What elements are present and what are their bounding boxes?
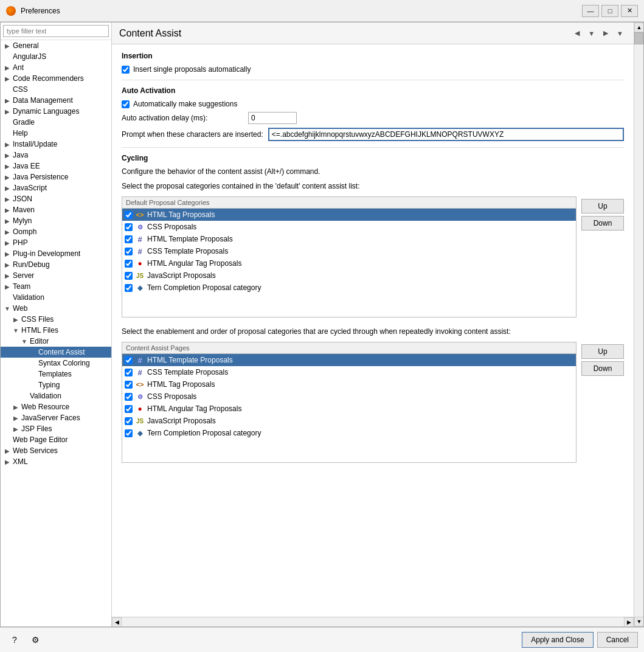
sidebar-item-angularjs[interactable]: AngularJS [1,51,111,62]
scroll-left-button[interactable]: ◀ [112,617,122,626]
sidebar-item-gradle[interactable]: Gradle [1,117,111,128]
proposal-item-css-template2[interactable]: #CSS Template Proposals [122,366,576,378]
auto-suggest-label[interactable]: Automatically make suggestions [122,100,237,108]
sidebar-item-general[interactable]: General [1,40,111,51]
sidebar-item-java[interactable]: Java [1,150,111,161]
proposal-checkbox[interactable] [125,381,133,389]
back-button[interactable]: ◀ [572,27,583,39]
cancel-button[interactable]: Cancel [597,632,638,648]
sidebar-item-typing[interactable]: Typing [1,380,111,390]
proposal-item-html-tag[interactable]: <>HTML Tag Proposals [122,209,576,221]
proposal-checkbox[interactable] [125,248,133,255]
sidebar-item-jsp-files[interactable]: JSP Files [1,423,111,434]
apply-close-button[interactable]: Apply and Close [522,632,593,648]
sidebar-item-label: CSS Files [20,315,54,324]
proposal-checkbox[interactable] [125,356,133,364]
proposal-checkbox[interactable] [125,284,133,292]
sidebar-item-javascript[interactable]: JavaScript [1,182,111,193]
proposal-item-css-proposals2[interactable]: ⚙CSS Proposals [122,390,576,403]
proposal-item-css-template[interactable]: #CSS Template Proposals [122,245,576,257]
auto-suggest-checkbox[interactable] [122,100,130,108]
cycled-down-button[interactable]: Down [581,361,624,376]
proposal-item-tern-completion2[interactable]: ◆Tern Completion Proposal category [122,427,576,439]
insert-single-label[interactable]: Insert single proposals automatically [122,65,251,74]
proposal-item-js-proposals2[interactable]: JSJavaScript Proposals [122,415,576,427]
default-up-button[interactable]: Up [581,199,624,213]
sidebar-item-maven[interactable]: Maven [1,204,111,215]
back-dropdown-button[interactable]: ▼ [585,28,598,39]
proposal-checkbox[interactable] [125,417,133,425]
default-down-button[interactable]: Down [581,216,624,231]
sidebar-item-help[interactable]: Help [1,128,111,139]
sidebar-item-plugin-development[interactable]: Plug-in Development [1,248,111,259]
sidebar-item-syntax-coloring[interactable]: Syntax Coloring [1,358,111,369]
proposal-item-html-template2[interactable]: #HTML Template Proposals [122,354,576,366]
close-button[interactable]: ✕ [621,5,638,17]
sidebar-item-editor[interactable]: Editor [1,336,111,347]
scroll-track-vertical[interactable] [634,32,643,617]
sidebar-item-code-recommenders[interactable]: Code Recommenders [1,73,111,84]
sidebar-item-ant[interactable]: Ant [1,62,111,73]
scroll-track[interactable] [122,617,624,626]
sidebar-item-html-files[interactable]: HTML Files [1,325,111,336]
sidebar-item-json[interactable]: JSON [1,193,111,204]
sidebar-item-php[interactable]: PHP [1,237,111,248]
proposal-checkbox[interactable] [125,405,133,413]
proposal-item-html-template[interactable]: #HTML Template Proposals [122,233,576,245]
proposal-item-html-angular[interactable]: ●HTML Angular Tag Proposals [122,257,576,269]
cycled-up-button[interactable]: Up [581,344,624,359]
scroll-down-button[interactable]: ▼ [634,617,644,626]
proposal-checkbox[interactable] [125,223,133,231]
forward-button[interactable]: ▶ [600,27,611,39]
proposal-item-html-angular2[interactable]: ●HTML Angular Tag Proposals [122,403,576,415]
sidebar-item-validation-html[interactable]: Validation [1,390,111,401]
proposal-item-css-proposals[interactable]: ⚙CSS Proposals [122,221,576,233]
sidebar-item-mylyn[interactable]: Mylyn [1,215,111,226]
sidebar-item-validation[interactable]: Validation [1,292,111,303]
sidebar-item-web-resource[interactable]: Web Resource [1,401,111,412]
insert-single-checkbox[interactable] [122,66,130,74]
proposal-checkbox[interactable] [125,393,133,401]
sidebar-item-team[interactable]: Team [1,281,111,292]
proposal-checkbox[interactable] [125,272,133,280]
maximize-button[interactable]: □ [601,5,618,17]
scroll-right-button[interactable]: ▶ [624,617,634,626]
proposal-item-tern-completion[interactable]: ◆Tern Completion Proposal category [122,282,576,294]
forward-dropdown-button[interactable]: ▼ [614,28,626,39]
scroll-up-button[interactable]: ▲ [634,23,644,32]
sidebar-item-css[interactable]: CSS [1,84,111,95]
sidebar-item-web-page-editor[interactable]: Web Page Editor [1,434,111,445]
sidebar-item-web[interactable]: Web [1,303,111,314]
tree-arrow [3,229,12,235]
sidebar-item-javaserver-faces[interactable]: JavaServer Faces [1,412,111,423]
settings-button[interactable]: ⚙ [27,631,44,648]
scroll-thumb[interactable] [634,32,643,44]
sidebar-item-dynamic-languages[interactable]: Dynamic Languages [1,106,111,117]
sidebar-item-java-persistence[interactable]: Java Persistence [1,172,111,182]
sidebar-item-data-management[interactable]: Data Management [1,95,111,106]
sidebar-item-xml[interactable]: XML [1,456,111,467]
search-input[interactable] [3,25,109,37]
prompt-input[interactable] [268,128,624,141]
proposal-checkbox[interactable] [125,211,133,219]
sidebar-item-java-ee[interactable]: Java EE [1,161,111,172]
proposal-checkbox[interactable] [125,235,133,243]
minimize-button[interactable]: — [582,5,599,17]
proposal-item-js-proposals[interactable]: JSJavaScript Proposals [122,269,576,282]
horizontal-scrollbar[interactable]: ◀ ▶ [112,617,634,626]
sidebar-item-install-update[interactable]: Install/Update [1,139,111,150]
proposal-item-html-tag2[interactable]: <>HTML Tag Proposals [122,378,576,390]
sidebar-item-css-files[interactable]: CSS Files [1,314,111,325]
sidebar-item-templates[interactable]: Templates [1,369,111,380]
sidebar-item-oomph[interactable]: Oomph [1,226,111,237]
sidebar-item-run-debug[interactable]: Run/Debug [1,259,111,270]
proposal-checkbox[interactable] [125,260,133,268]
help-button[interactable]: ? [6,631,23,648]
proposal-checkbox[interactable] [125,429,133,437]
sidebar-item-content-assist[interactable]: Content Assist [1,347,111,358]
sidebar-item-web-services[interactable]: Web Services [1,445,111,456]
proposal-checkbox[interactable] [125,369,133,376]
delay-input[interactable] [248,112,297,124]
tree-arrow [3,108,12,115]
sidebar-item-server[interactable]: Server [1,270,111,281]
